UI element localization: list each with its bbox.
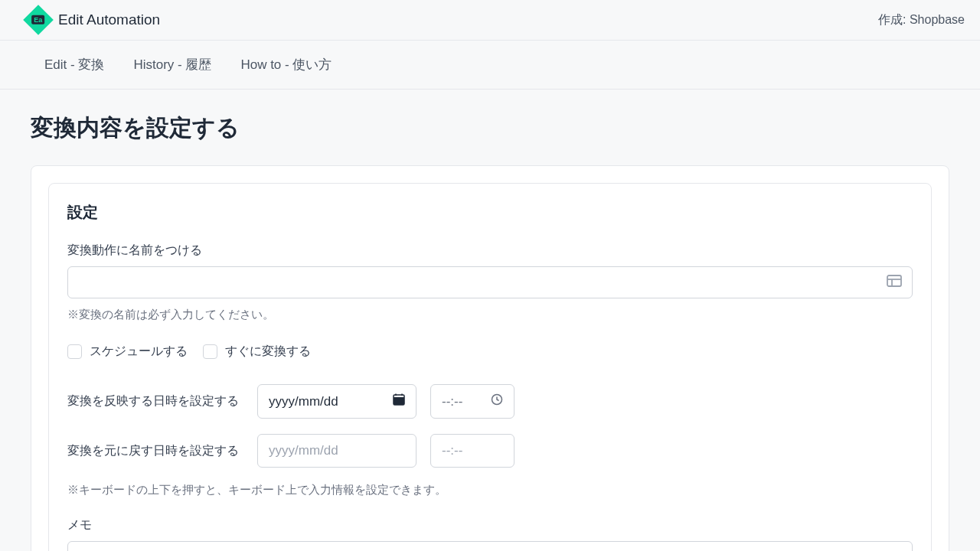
checkbox-immediate-item: すぐに変換する [203, 344, 311, 360]
name-helper-text: ※変換の名前は必ず入力してください。 [67, 308, 913, 322]
tab-edit[interactable]: Edit - 変換 [44, 56, 104, 73]
revert-date-row: 変換を元に戻す日時を設定する yyyy/mm/dd --:-- [67, 434, 913, 468]
checkbox-immediate-label: すぐに変換する [225, 344, 311, 360]
apply-time-input[interactable]: --:-- [430, 384, 514, 419]
app-logo: Ea [23, 5, 54, 35]
apply-date-input[interactable]: yyyy/mm/dd [257, 384, 416, 419]
content: 変換内容を設定する 設定 変換動作に名前をつける ※変換の名前は必ず入力してくだ… [0, 90, 980, 551]
revert-date-label: 変換を元に戻す日時を設定する [67, 443, 243, 459]
name-field-label: 変換動作に名前をつける [67, 243, 913, 259]
revert-time-value: --:-- [442, 443, 462, 458]
section-title: 設定 [67, 202, 913, 223]
memo-label: メモ [67, 517, 913, 533]
nav-tabs: Edit - 変換 History - 履歴 How to - 使い方 [0, 41, 980, 90]
app-title: Edit Automation [58, 11, 160, 28]
svg-rect-4 [394, 397, 404, 405]
header: Ea Edit Automation 作成: Shopbase [0, 0, 980, 41]
tab-howto[interactable]: How to - 使い方 [240, 56, 332, 73]
name-input[interactable] [67, 266, 913, 298]
name-input-wrapper [67, 266, 913, 298]
apply-date-value: yyyy/mm/dd [269, 394, 338, 409]
checkbox-row: スケジュールする すぐに変換する [67, 344, 913, 360]
memo-input[interactable] [67, 541, 913, 551]
page-title: 変換内容を設定する [31, 112, 949, 144]
apply-date-row: 変換を反映する日時を設定する yyyy/mm/dd --:-- [67, 384, 913, 419]
checkbox-schedule[interactable] [67, 344, 82, 359]
clock-icon [491, 393, 503, 409]
keyboard-helper-text: ※キーボードの上下を押すと、キーボード上で入力情報を設定できます。 [67, 483, 913, 497]
svg-rect-0 [887, 276, 901, 286]
checkbox-schedule-item: スケジュールする [67, 344, 188, 360]
revert-date-input[interactable]: yyyy/mm/dd [257, 434, 416, 468]
created-by-label: 作成: Shopbase [878, 12, 965, 28]
checkbox-immediate[interactable] [203, 344, 217, 359]
tab-history[interactable]: History - 履歴 [133, 56, 211, 73]
revert-date-value: yyyy/mm/dd [269, 443, 338, 458]
apply-time-value: --:-- [442, 394, 462, 409]
calendar-icon [393, 393, 405, 409]
form-icon [887, 275, 902, 290]
apply-date-label: 変換を反映する日時を設定する [67, 393, 243, 409]
checkbox-schedule-label: スケジュールする [90, 344, 188, 360]
header-left: Ea Edit Automation [28, 9, 160, 31]
revert-time-input[interactable]: --:-- [430, 434, 514, 468]
settings-card: 設定 変換動作に名前をつける ※変換の名前は必ず入力してください。 スケジュール… [48, 183, 932, 551]
memo-input-wrapper [67, 541, 913, 551]
outer-card: 設定 変換動作に名前をつける ※変換の名前は必ず入力してください。 スケジュール… [31, 165, 949, 551]
